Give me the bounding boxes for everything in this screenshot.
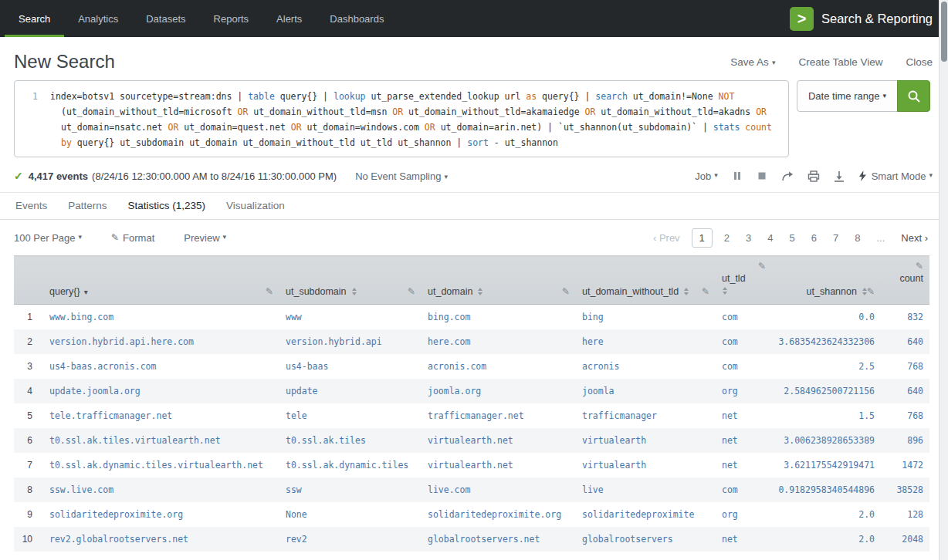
- tab-events[interactable]: Events: [15, 193, 47, 219]
- cell-ut_tld[interactable]: net: [716, 403, 772, 428]
- cell-query[interactable]: ssw.live.com: [43, 477, 279, 502]
- tab-statistics[interactable]: Statistics (1,235): [128, 193, 206, 219]
- cell-ut_subdomain[interactable]: update: [279, 379, 422, 403]
- cell-ut_tld[interactable]: org: [716, 502, 772, 527]
- page-button-1[interactable]: 1: [692, 228, 713, 248]
- cell-ut_domain[interactable]: joomla.org: [422, 379, 576, 403]
- cell-ut_domain[interactable]: here.com: [422, 329, 576, 354]
- cell-ut_tld[interactable]: net: [716, 453, 772, 477]
- cell-ut_tld[interactable]: com: [716, 477, 772, 502]
- cell-query[interactable]: us4-baas.acronis.com: [43, 354, 279, 379]
- page-button-2[interactable]: 2: [719, 229, 734, 247]
- cell-ut_shannon[interactable]: 2.0: [772, 527, 881, 552]
- search-mode-button[interactable]: Smart Mode ▾: [858, 170, 933, 182]
- cell-query[interactable]: version.hybrid.api.here.com: [43, 329, 279, 354]
- cell-count[interactable]: 1472: [881, 453, 929, 477]
- cell-count[interactable]: 640: [881, 379, 929, 403]
- pause-button[interactable]: [732, 170, 743, 181]
- spl-query-text[interactable]: index=botsv1 sourcetype=stream:dns | tab…: [46, 81, 778, 157]
- cell-query[interactable]: t0.ssl.ak.dynamic.tiles.virtualearth.net: [43, 453, 279, 477]
- cell-count[interactable]: 640: [881, 329, 929, 354]
- cell-ut_tld[interactable]: net: [716, 428, 772, 453]
- cell-ut_shannon[interactable]: 0.9182958340544896: [772, 477, 881, 502]
- search-query-editor[interactable]: 1 index=botsv1 sourcetype=stream:dns | t…: [14, 80, 789, 157]
- cell-ut_domain[interactable]: trafficmanager.net: [422, 403, 576, 428]
- per-page-dropdown[interactable]: 100 Per Page▾: [14, 232, 82, 244]
- edit-column-icon[interactable]: ✎: [562, 286, 570, 297]
- cell-ut_domain_without_tld[interactable]: joomla: [576, 379, 716, 403]
- cell-count[interactable]: 38528: [881, 477, 929, 502]
- cell-ut_shannon[interactable]: 1.5: [772, 403, 881, 428]
- cell-ut_tld[interactable]: com: [716, 354, 772, 379]
- cell-ut_shannon[interactable]: 2.584962500721156: [772, 379, 881, 403]
- event-sampling-dropdown[interactable]: No Event Sampling▾: [355, 170, 448, 182]
- cell-ut_domain_without_tld[interactable]: bing: [576, 305, 716, 329]
- cell-query[interactable]: solidaritedeproximite.org: [43, 502, 279, 527]
- create-table-view-button[interactable]: Create Table View: [798, 56, 882, 68]
- cell-ut_tld[interactable]: com: [716, 305, 772, 329]
- splunk-logo-icon[interactable]: >: [790, 7, 814, 31]
- column-header-query[interactable]: query{}▾✎: [43, 256, 279, 305]
- stop-button[interactable]: [757, 170, 767, 181]
- column-header-ut_tld[interactable]: ✎ut_tld: [716, 256, 772, 305]
- edit-column-icon[interactable]: ✎: [758, 261, 766, 272]
- vertical-scrollbar[interactable]: [939, 0, 948, 560]
- nav-item-datasets[interactable]: Datasets: [132, 0, 199, 37]
- cell-ut_shannon[interactable]: 3.621175542919471: [772, 453, 881, 477]
- cell-ut_shannon[interactable]: 2.5: [772, 354, 881, 379]
- cell-ut_domain_without_tld[interactable]: acronis: [576, 354, 716, 379]
- share-button[interactable]: [781, 170, 794, 181]
- cell-ut_subdomain[interactable]: t0.ssl.ak.dynamic.tiles: [279, 453, 422, 477]
- cell-count[interactable]: 128: [881, 502, 929, 527]
- tab-visualization[interactable]: Visualization: [226, 193, 285, 219]
- nav-item-search[interactable]: Search: [5, 0, 64, 37]
- cell-ut_tld[interactable]: net: [716, 527, 772, 552]
- export-button[interactable]: [834, 170, 845, 182]
- cell-ut_domain_without_tld[interactable]: globalrootservers: [576, 527, 716, 552]
- cell-ut_shannon[interactable]: 2.0: [772, 502, 881, 527]
- cell-ut_domain[interactable]: virtualearth.net: [422, 453, 576, 477]
- cell-ut_domain_without_tld[interactable]: live: [576, 477, 716, 502]
- cell-ut_subdomain[interactable]: us4-baas: [279, 354, 422, 379]
- column-header-ut_shannon[interactable]: ut_shannon✎: [772, 256, 881, 305]
- cell-ut_domain_without_tld[interactable]: trafficmanager: [576, 403, 716, 428]
- cell-ut_tld[interactable]: org: [716, 379, 772, 403]
- cell-ut_domain[interactable]: solidaritedeproximite.org: [422, 502, 576, 527]
- cell-count[interactable]: 768: [881, 403, 929, 428]
- nav-item-alerts[interactable]: Alerts: [262, 0, 316, 37]
- search-submit-button[interactable]: [897, 80, 930, 112]
- preview-dropdown[interactable]: Preview▾: [184, 232, 226, 244]
- edit-column-icon[interactable]: ✎: [867, 286, 875, 297]
- close-button[interactable]: Close: [906, 56, 933, 68]
- edit-column-icon[interactable]: ✎: [266, 286, 273, 297]
- nav-item-dashboards[interactable]: Dashboards: [316, 0, 398, 37]
- cell-ut_subdomain[interactable]: tele: [279, 403, 422, 428]
- column-header-ut_subdomain[interactable]: ut_subdomain✎: [279, 256, 422, 305]
- cell-count[interactable]: 896: [881, 428, 929, 453]
- cell-ut_domain_without_tld[interactable]: virtualearth: [576, 428, 716, 453]
- cell-ut_domain[interactable]: acronis.com: [422, 354, 576, 379]
- cell-ut_shannon[interactable]: 0.0: [772, 305, 881, 329]
- nav-item-reports[interactable]: Reports: [200, 0, 263, 37]
- cell-query[interactable]: update.joomla.org: [43, 379, 279, 403]
- next-page-button[interactable]: Next ›: [896, 229, 933, 247]
- cell-ut_shannon[interactable]: 3.006238928653389: [772, 428, 881, 453]
- cell-ut_domain_without_tld[interactable]: virtualearth: [576, 453, 716, 477]
- edit-column-icon[interactable]: ✎: [702, 286, 709, 297]
- page-button-6[interactable]: 6: [807, 229, 821, 247]
- tab-patterns[interactable]: Patterns: [68, 193, 107, 219]
- cell-query[interactable]: t0.ssl.ak.tiles.virtualearth.net: [43, 428, 279, 453]
- cell-count[interactable]: 832: [881, 305, 929, 329]
- page-button-7[interactable]: 7: [828, 229, 843, 247]
- cell-ut_subdomain[interactable]: ssw: [279, 477, 422, 502]
- cell-query[interactable]: www.bing.com: [43, 305, 279, 329]
- page-button-4[interactable]: 4: [763, 229, 777, 247]
- page-button-5[interactable]: 5: [785, 229, 800, 247]
- cell-ut_subdomain[interactable]: version.hybrid.api: [279, 329, 422, 354]
- edit-column-icon[interactable]: ✎: [408, 286, 415, 297]
- cell-ut_domain[interactable]: virtualearth.net: [422, 428, 576, 453]
- cell-ut_domain[interactable]: globalrootservers.net: [422, 527, 576, 552]
- edit-column-icon[interactable]: ✎: [916, 261, 923, 272]
- cell-count[interactable]: 768: [881, 354, 929, 379]
- cell-ut_subdomain[interactable]: None: [279, 502, 422, 527]
